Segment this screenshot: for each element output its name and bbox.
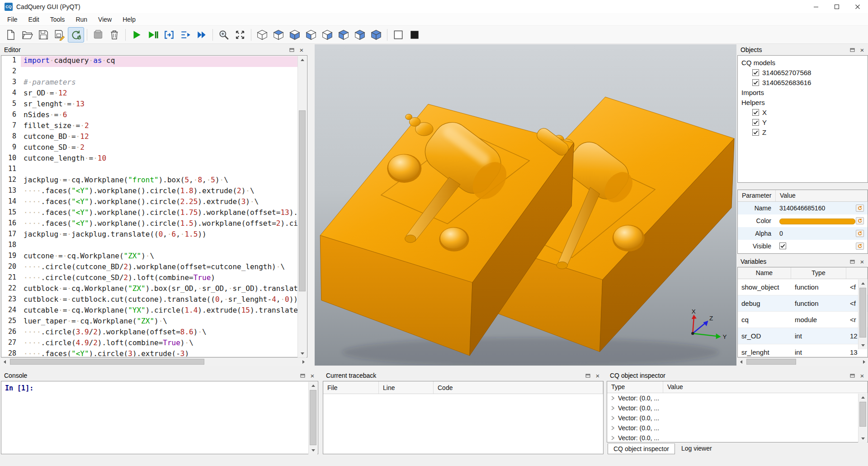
- maximize-button[interactable]: [826, 0, 847, 13]
- float-panel-button[interactable]: [848, 371, 856, 380]
- code-line-19[interactable]: cutcone·=·cq.Workplane("ZX")·\: [21, 252, 297, 262]
- console-vertical-scrollbar[interactable]: [308, 382, 317, 454]
- reset-param-button[interactable]: [856, 243, 864, 250]
- editor-vertical-scrollbar[interactable]: [297, 56, 307, 357]
- code-line-9[interactable]: cutcone_SD·=·2: [21, 143, 297, 154]
- editor-horizontal-scrollbar[interactable]: [1, 357, 307, 366]
- code-line-10[interactable]: cutcone_length·=·10: [21, 154, 297, 165]
- code-line-3[interactable]: #·parameters: [21, 78, 297, 89]
- code-line-5[interactable]: sr_lenght·=·13: [21, 100, 297, 110]
- tree-item-z[interactable]: Z: [738, 127, 868, 137]
- minimize-button[interactable]: [806, 0, 826, 13]
- debug-button[interactable]: [145, 27, 161, 43]
- column-header-type[interactable]: Type: [791, 267, 846, 279]
- code-line-12[interactable]: jackplug·=·cq.Workplane("front").box(5,·…: [21, 176, 297, 186]
- code-line-1[interactable]: import·cadquery·as·cq: [21, 56, 297, 67]
- new-script-button[interactable]: [3, 27, 19, 43]
- tree-item-cq-models[interactable]: CQ models: [738, 57, 868, 67]
- tree-item-3140652683616[interactable]: 3140652683616: [738, 77, 868, 87]
- param-value[interactable]: 3140646685160: [776, 204, 856, 212]
- checkbox[interactable]: [752, 109, 759, 116]
- color-swatch[interactable]: [779, 219, 855, 224]
- scrollbar-thumb[interactable]: [10, 359, 204, 365]
- view-back-button[interactable]: [319, 27, 335, 43]
- scrollbar-thumb[interactable]: [299, 110, 306, 291]
- param-row-color[interactable]: Color: [738, 214, 868, 227]
- view-shaded-button[interactable]: [368, 27, 384, 43]
- code-line-8[interactable]: cutcone_BD·=·12: [21, 132, 297, 143]
- code-line-17[interactable]: jackplug·=·jackplug.translate((0,·6,·1.5…: [21, 230, 297, 241]
- param-value[interactable]: [776, 217, 856, 224]
- checkbox[interactable]: [752, 119, 759, 126]
- code-line-4[interactable]: sr_OD·=·12: [21, 89, 297, 100]
- close-panel-button[interactable]: ×: [858, 46, 866, 54]
- menu-run[interactable]: Run: [70, 14, 93, 25]
- column-header-parameter[interactable]: Parameter: [738, 190, 776, 201]
- delete-button[interactable]: [106, 27, 123, 43]
- code-editor[interactable]: 1234567891011121314151617181920212223242…: [1, 55, 307, 357]
- checkbox[interactable]: [752, 79, 759, 86]
- scrollbar-thumb[interactable]: [310, 390, 316, 445]
- code-line-14[interactable]: ····.faces("<Y").workplane().circle(2.25…: [21, 197, 297, 208]
- float-panel-button[interactable]: [848, 46, 856, 54]
- column-header-name[interactable]: Name: [738, 267, 791, 279]
- tree-item-3140652707568[interactable]: 3140652707568: [738, 67, 868, 77]
- fit-all-button[interactable]: [232, 27, 248, 43]
- auto-reload-toggle[interactable]: [68, 27, 84, 43]
- code-line-6[interactable]: nSides·=·6: [21, 110, 297, 121]
- tab-log-viewer[interactable]: Log viewer: [676, 443, 717, 454]
- code-line-27[interactable]: ····.circle(4.9/2).loft(combine=True)·\: [21, 338, 297, 349]
- code-line-13[interactable]: ····.faces("<Y").workplane().circle(1.8)…: [21, 186, 297, 197]
- expand-chevron-icon[interactable]: [610, 425, 615, 431]
- render-button[interactable]: [128, 27, 145, 43]
- code-line-28[interactable]: ····.faces("<Y").circle(3).extrude(-3): [21, 349, 297, 357]
- expand-chevron-icon[interactable]: [610, 415, 615, 421]
- view-iso-button[interactable]: [254, 27, 270, 43]
- code-line-16[interactable]: ····.faces("<Y").workplane().circle(1.5)…: [21, 219, 297, 230]
- variables-vertical-scrollbar[interactable]: [858, 280, 867, 349]
- param-row-name[interactable]: Name3140646685160: [738, 202, 868, 214]
- code-line-20[interactable]: ····.circle(cutcone_BD/2).workplane(offs…: [21, 262, 297, 273]
- inspector-row[interactable]: Vector: (0.0, ...: [607, 423, 868, 433]
- code-line-21[interactable]: ····.circle(cutcone_SD/2).loft(combine=T…: [21, 273, 297, 284]
- console-input-area[interactable]: In [1]:: [1, 381, 318, 454]
- variable-row-show-object[interactable]: show_objectfunction<f: [738, 279, 868, 295]
- editor-code[interactable]: import·cadquery·as·cq#·parameterssr_OD·=…: [21, 56, 297, 357]
- wireframe-button[interactable]: [390, 27, 406, 43]
- param-row-alpha[interactable]: Alpha0: [738, 227, 868, 240]
- variable-row-sr-od[interactable]: sr_ODint12: [738, 328, 868, 344]
- column-header-file[interactable]: File: [323, 381, 379, 394]
- variables-horizontal-scrollbar[interactable]: [737, 357, 868, 366]
- inspector-row[interactable]: Vector: (0.0, ...: [607, 403, 868, 413]
- view-right-button[interactable]: [352, 27, 368, 43]
- scrollbar-thumb[interactable]: [746, 359, 796, 365]
- code-line-25[interactable]: luer_taper·=·cq.Workplane("ZX")·\: [21, 317, 297, 328]
- scrollbar-thumb[interactable]: [859, 402, 866, 427]
- column-header-value[interactable]: Value: [663, 381, 868, 393]
- column-header-code[interactable]: Code: [434, 381, 603, 394]
- open-script-button[interactable]: [19, 27, 35, 43]
- tab-cq-object-inspector[interactable]: CQ object inspector: [608, 443, 675, 454]
- inspector-vertical-scrollbar[interactable]: [858, 394, 867, 442]
- close-panel-button[interactable]: ×: [308, 371, 316, 380]
- inspector-row[interactable]: Vector: (0.0, ...: [607, 393, 868, 403]
- code-line-22[interactable]: cutblock·=·cq.Workplane("ZX").box(sr_OD,…: [21, 284, 297, 295]
- 3d-viewport[interactable]: X Z Y: [315, 44, 736, 366]
- shaded-button[interactable]: [406, 27, 423, 43]
- checkbox[interactable]: [752, 69, 759, 76]
- view-left-button[interactable]: [335, 27, 352, 43]
- menu-edit[interactable]: Edit: [23, 14, 45, 25]
- float-panel-button[interactable]: [298, 371, 307, 380]
- code-line-15[interactable]: ····.faces("<Y").workplane().circle(1.75…: [21, 208, 297, 219]
- variable-row-cq[interactable]: cqmodule<r: [738, 312, 868, 328]
- code-line-23[interactable]: cutblock·=·cutblock.cut(cutcone).transla…: [21, 295, 297, 306]
- scrollbar-thumb[interactable]: [859, 288, 866, 338]
- variable-row-debug[interactable]: debugfunction<f: [738, 295, 868, 312]
- menu-view[interactable]: View: [93, 14, 117, 25]
- tree-item-helpers[interactable]: Helpers: [738, 97, 868, 107]
- menu-tools[interactable]: Tools: [45, 14, 71, 25]
- save-as-button[interactable]: [52, 27, 68, 43]
- close-button[interactable]: [847, 0, 868, 13]
- continue-button[interactable]: [193, 27, 210, 43]
- close-panel-button[interactable]: ×: [594, 371, 602, 380]
